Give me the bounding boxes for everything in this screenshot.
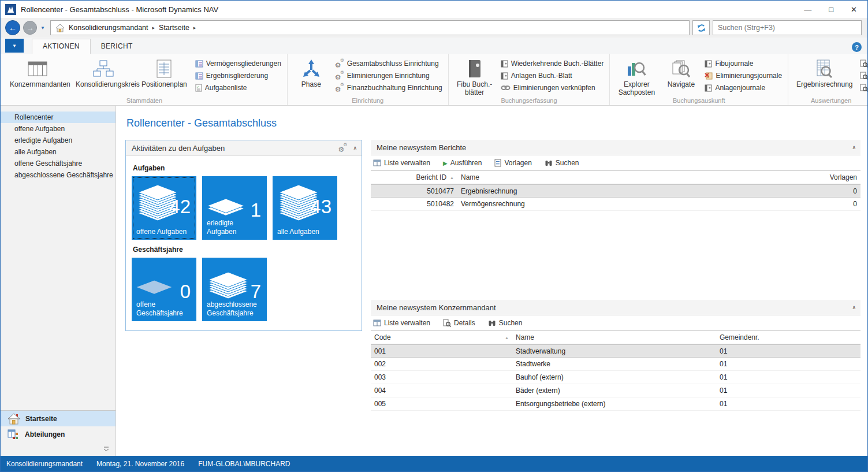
details-magnifier-icon [443,319,451,327]
sidebar-item-erledigte-aufgaben[interactable]: erledigte Aufgaben [1,135,116,146]
aufgabenliste-button[interactable]: Aufgabenliste [195,83,281,93]
column-header-name[interactable]: Name [457,173,809,181]
cue-tile-alle-aufgaben[interactable]: 43 alle Aufgaben [273,176,337,240]
home-icon[interactable] [55,24,65,32]
search-input[interactable] [713,24,861,32]
suchen-button[interactable]: Suchen [545,159,579,167]
history-dropdown-icon[interactable]: ▼ [40,25,45,31]
liste-verwalten-button[interactable]: Liste verwalten [373,159,430,167]
minimize-button[interactable]: — [804,5,811,14]
pages-magnifier-icon [672,57,690,80]
report-preview-button[interactable] [860,83,868,93]
breadcrumb-separator-icon[interactable]: ▸ [193,25,196,31]
nav-button-abteilungen[interactable]: Abteilungen [1,426,116,442]
forward-button[interactable]: → [23,21,37,35]
sidebar-item-rollencenter[interactable]: Rollencenter [1,112,116,123]
activities-panel: Aktivitäten zu den Aufgaben ⚙⚙ ∧ Aufgabe… [125,140,362,331]
konzernmandant-table-row[interactable]: 005 Entsorgungsbetriebe (extern) 01 [371,397,860,411]
tile-count: 7 [251,281,261,303]
column-header-name[interactable]: Name [512,333,716,341]
refresh-button[interactable] [692,20,710,35]
positionenplan-button[interactable]: Positionenplan [139,56,189,90]
anlagen-buchblatt-button[interactable]: Anlagen Buch.-Blatt [501,70,604,81]
fibu-buchblaetter-button[interactable]: Fibu Buch.-blätter [455,56,495,98]
konzernmandant-table-row[interactable]: 001 Stadtverwaltung 01 [371,344,860,358]
details-button[interactable]: Details [443,319,475,327]
sidebar-item-offene-geschaeftsjahre[interactable]: offene Geschäftsjahre [1,158,116,169]
phase-arrows-icon [301,57,322,80]
anlagenjournale-button[interactable]: Anlagenjournale [705,83,782,93]
fibujournale-button[interactable]: Fibujournale [705,58,782,69]
ergebnisrechnung-button[interactable]: Ergebnisrechnung [794,56,854,90]
ergebnisglierderung-button[interactable]: Ergebnisglierderung [195,70,281,81]
application-menu-button[interactable]: ▼ [5,39,24,53]
berichte-table-row[interactable]: 5010477 Ergebnisrechnung 0 [371,184,860,198]
berichte-table-row[interactable]: 5010482 Vermögensrechnung 0 [371,198,860,211]
finanzbuchhaltung-einrichtung-button[interactable]: ⚙⚙ Finanzbuchhaltung Einrichtung [335,83,442,93]
help-icon[interactable]: ? [852,42,862,52]
sheet-icon [206,198,246,218]
sidebar-item-abgeschlossene-geschaeftsjahre[interactable]: abgeschlossene Geschäftsjahre [1,169,116,181]
cue-tile-offene-geschaeftsjahre[interactable]: 0 offene Geschäftsjahre [132,258,196,321]
breadcrumb-separator-icon[interactable]: ▸ [152,25,155,31]
tile-count: 0 [180,281,191,303]
konzernmandanten-button[interactable]: Konzernmandanten [8,56,68,90]
report-preview-button[interactable] [860,70,868,81]
collapse-chevron-icon[interactable]: ∧ [353,145,357,151]
table-icon [28,57,47,80]
konsolidierungskreis-button[interactable]: Konsolidierungskreis [73,56,133,90]
dynamics-nav-window: Rollencenter - Gesamtabschluss - Microso… [0,0,868,472]
ausfuehren-button[interactable]: ▶ Ausführen [443,159,482,167]
status-company[interactable]: Konsolidierungsmandant [6,460,83,468]
wiederkehrende-buchblaetter-button[interactable]: Wiederkehrende Buch.-Blätter [501,58,604,69]
liste-verwalten-button[interactable]: Liste verwalten [373,319,430,327]
gesamtabschluss-einrichtung-button[interactable]: ⚙⚙ Gesamtabschluss Einrichtung [335,58,442,69]
nav-button-startseite[interactable]: Startseite [1,411,116,426]
tile-label: offene Aufgaben [136,228,193,237]
breadcrumb-item-startseite[interactable]: Startseite [159,24,189,32]
vermoegensgliederungen-button[interactable]: Vermögensgliederungen [195,58,281,69]
konzernmandant-table-row[interactable]: 004 Bäder (extern) 01 [371,384,860,397]
column-header-bericht-id[interactable]: Bericht ID ▲ [371,173,457,181]
sidebar-item-alle-aufgaben[interactable]: alle Aufgaben [1,146,116,158]
cue-tile-erledigte-aufgaben[interactable]: 1 erledigte Aufgaben [202,176,267,240]
run-icon: ▶ [443,160,448,166]
page-magnifier-icon [860,60,868,68]
tab-bericht[interactable]: BERICHT [91,39,143,54]
panel-actions-gears-icon[interactable]: ⚙⚙ [338,144,347,153]
cue-tile-offene-aufgaben[interactable]: 42 offene Aufgaben [132,176,196,240]
tile-count: 1 [251,199,261,221]
maximize-button[interactable]: □ [829,5,833,14]
tile-label: abgeschlossene Geschäftsjahre [207,300,264,318]
column-header-code[interactable]: Code ▲ [371,333,512,341]
suchen-button[interactable]: Suchen [488,319,523,327]
navigate-button[interactable]: Navigate [663,56,699,90]
konzernmandant-table-row[interactable]: 003 Bauhof (extern) 01 [371,371,860,384]
explorer-sachposten-button[interactable]: Explorer Sachposten [616,56,657,98]
collapse-chevron-icon[interactable]: ∧ [852,144,856,150]
journal-book-icon [468,57,482,80]
column-header-vorlagen[interactable]: Vorlagen [809,173,860,181]
berichte-table-header: Bericht ID ▲ Name Vorlagen [371,171,860,184]
eliminierungen-verknuepfen-button[interactable]: Eliminierungen verknüpfen [501,83,604,93]
org-chart-icon [92,57,114,80]
section-label-geschaeftsjahre: Geschäftsjahre [133,246,356,254]
phase-button[interactable]: Phase [293,56,329,90]
back-button[interactable]: ← [5,20,20,35]
ribbon-group-label: Einrichtung [288,97,448,104]
eliminierungen-einrichtung-button[interactable]: ⚙⚙ Eliminierungen Einrichtung [335,70,442,81]
column-header-gemeindenr[interactable]: Gemeindenr. [716,333,860,341]
berichte-panel-header: Meine newsystem Berichte ∧ [371,140,860,155]
pane-options-button[interactable] [1,442,116,456]
breadcrumb-item-konsolidierungsmandant[interactable]: Konsolidierungsmandant [69,24,148,32]
konzernmandant-table-row[interactable]: 002 Stadtwerke 01 [371,358,860,371]
vorlagen-button[interactable]: Vorlagen [494,159,531,167]
tab-aktionen[interactable]: AKTIONEN [32,39,91,54]
report-preview-button[interactable] [860,58,868,69]
status-bar: Konsolidierungsmandant Montag, 21. Novem… [1,456,867,471]
eliminierungsjournale-button[interactable]: Eliminierungsjournale [705,70,782,81]
sidebar-item-offene-aufgaben[interactable]: offene Aufgaben [1,123,116,135]
cue-tile-abgeschlossene-geschaeftsjahre[interactable]: 7 abgeschlossene Geschäftsjahre [202,258,267,321]
collapse-chevron-icon[interactable]: ∧ [852,304,856,310]
close-button[interactable]: ✕ [851,5,857,14]
